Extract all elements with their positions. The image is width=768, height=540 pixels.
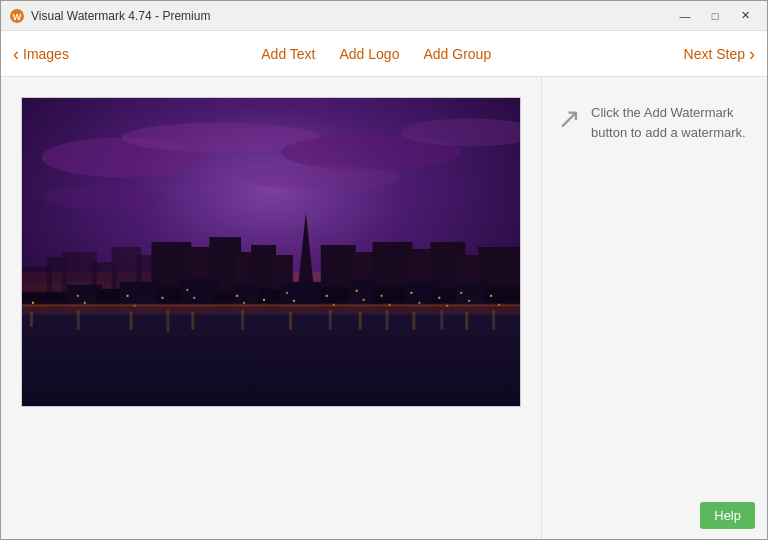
svg-rect-72 <box>418 302 420 304</box>
app-icon: W <box>9 8 25 24</box>
arrow-icon: ↖ <box>558 105 581 133</box>
main-content: ↖ Click the Add Watermark button to add … <box>1 77 767 540</box>
title-bar: W Visual Watermark 4.74 - Premium — □ ✕ <box>1 1 767 31</box>
svg-rect-63 <box>286 292 288 294</box>
svg-rect-67 <box>356 290 358 292</box>
title-bar-left: W Visual Watermark 4.74 - Premium <box>9 8 210 24</box>
next-step-button[interactable]: Next Step <box>684 45 755 63</box>
chevron-right-icon <box>749 45 755 63</box>
svg-rect-69 <box>381 295 383 297</box>
svg-rect-64 <box>293 300 295 302</box>
svg-rect-60 <box>236 295 238 297</box>
toolbar-left: Images <box>13 45 69 63</box>
svg-rect-77 <box>490 295 492 297</box>
svg-rect-71 <box>410 292 412 294</box>
app-title: Visual Watermark 4.74 - Premium <box>31 9 210 23</box>
add-text-button[interactable]: Add Text <box>261 46 315 62</box>
chevron-left-icon <box>13 45 19 63</box>
hint-area: ↖ Click the Add Watermark button to add … <box>558 103 751 142</box>
add-logo-button[interactable]: Add Logo <box>340 46 400 62</box>
toolbar-center: Add Text Add Logo Add Group <box>261 46 491 62</box>
minimize-button[interactable]: — <box>671 6 699 26</box>
city-skyline-image <box>21 97 521 407</box>
svg-rect-68 <box>363 299 365 301</box>
images-label: Images <box>23 46 69 62</box>
image-panel <box>1 77 541 540</box>
add-group-button[interactable]: Add Group <box>423 46 491 62</box>
svg-rect-53 <box>84 302 86 304</box>
help-button[interactable]: Help <box>700 502 755 529</box>
hint-text: Click the Add Watermark button to add a … <box>591 103 751 142</box>
svg-rect-65 <box>326 295 328 297</box>
svg-rect-81 <box>22 307 520 406</box>
close-button[interactable]: ✕ <box>731 6 759 26</box>
svg-rect-62 <box>263 299 265 301</box>
svg-rect-56 <box>161 297 163 299</box>
svg-rect-52 <box>77 295 79 297</box>
toolbar: Images Add Text Add Logo Add Group Next … <box>1 31 767 77</box>
svg-rect-59 <box>193 297 195 299</box>
images-button[interactable]: Images <box>13 45 69 63</box>
svg-text:W: W <box>13 12 22 22</box>
svg-rect-73 <box>438 297 440 299</box>
svg-point-8 <box>42 185 162 209</box>
svg-rect-54 <box>127 295 129 297</box>
svg-rect-50 <box>32 302 34 304</box>
svg-point-9 <box>241 165 400 189</box>
svg-rect-96 <box>22 307 520 315</box>
toolbar-right: Next Step <box>684 45 755 63</box>
svg-rect-76 <box>468 300 470 302</box>
right-panel: ↖ Click the Add Watermark button to add … <box>541 77 767 540</box>
svg-rect-61 <box>243 302 245 304</box>
svg-rect-58 <box>186 289 188 291</box>
next-step-label: Next Step <box>684 46 745 62</box>
svg-rect-80 <box>22 305 520 307</box>
window-controls: — □ ✕ <box>671 6 759 26</box>
svg-rect-75 <box>460 292 462 294</box>
maximize-button[interactable]: □ <box>701 6 729 26</box>
